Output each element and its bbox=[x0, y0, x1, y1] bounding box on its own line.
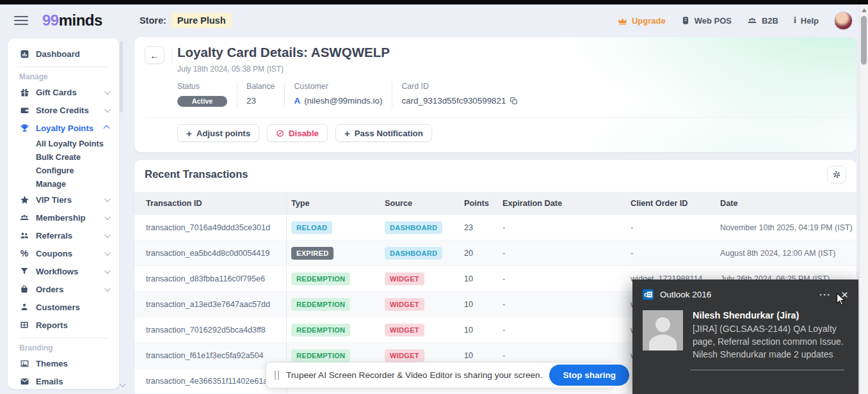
more-options-icon[interactable]: ··· bbox=[819, 289, 831, 300]
cell-expiration-date: - bbox=[498, 351, 626, 360]
user-avatar[interactable] bbox=[834, 12, 853, 30]
hamburger-menu-icon[interactable] bbox=[14, 16, 28, 25]
cell-points: 10 bbox=[460, 300, 498, 309]
sidebar-subitem-configure[interactable]: Configure bbox=[8, 164, 119, 177]
sidebar-item-customers[interactable]: Customers bbox=[8, 298, 119, 316]
chevron-down-icon bbox=[104, 232, 111, 238]
cell-client-order-id: - bbox=[626, 223, 716, 232]
web-pos-button[interactable]: Web POS bbox=[681, 16, 732, 26]
cell-type: REDEMPTION bbox=[287, 349, 380, 362]
sidebar-item-orders[interactable]: Orders bbox=[8, 280, 119, 298]
sidebar-label-store-credits: Store Credits bbox=[36, 106, 89, 115]
page-subtitle: July 18th 2024, 05:38 PM (IST) bbox=[177, 65, 284, 74]
table-row[interactable]: transaction_ea5bc4d8c0d0054419EXPIREDDAS… bbox=[134, 240, 856, 266]
column-header-points[interactable]: Points bbox=[460, 199, 498, 208]
sidebar-item-workflows[interactable]: Workflows bbox=[8, 262, 119, 280]
widget-badge: WIDGET bbox=[385, 298, 424, 311]
dashboard-icon bbox=[19, 49, 29, 59]
column-header-expiration-date[interactable]: Expiration Date bbox=[498, 199, 626, 208]
column-header-source[interactable]: Source bbox=[380, 199, 460, 208]
drag-handle-icon[interactable] bbox=[275, 370, 279, 380]
meta-card-id: Card ID card_9313d55fc930599821 bbox=[392, 82, 527, 107]
column-header-type[interactable]: Type bbox=[287, 199, 380, 208]
column-header-client-order-id[interactable]: Client Order ID bbox=[626, 199, 716, 208]
sidebar-item-vip-tiers[interactable]: VIP Tiers bbox=[8, 191, 119, 209]
redemption-badge: REDEMPTION bbox=[291, 349, 350, 362]
chevron-down-icon bbox=[104, 214, 111, 220]
loyalty-card-details-panel: ← Loyalty Card Details: ASWQWELP July 18… bbox=[134, 37, 856, 152]
cell-type: EXPIRED bbox=[287, 247, 380, 260]
sidebar-label-dashboard: Dashboard bbox=[36, 49, 80, 59]
sidebar-item-coupons[interactable]: % Coupons bbox=[8, 244, 119, 262]
cell-transaction-id: transaction_7016292d5bca4d3ff8 bbox=[146, 317, 287, 342]
meta-balance: Balance 23 bbox=[237, 82, 284, 107]
sidebar-subitem-all-loyalty-points[interactable]: All Loyalty Points bbox=[8, 137, 119, 150]
redemption-badge: REDEMPTION bbox=[291, 272, 350, 285]
store-name-badge[interactable]: Pure Plush bbox=[172, 13, 232, 28]
sidebar-item-dashboard[interactable]: Dashboard bbox=[8, 45, 119, 63]
customer-avatar-letter[interactable]: A bbox=[294, 96, 300, 106]
cell-client-order-id: - bbox=[626, 249, 716, 258]
b2b-button[interactable]: B2B bbox=[747, 16, 778, 26]
meta-customer: Customer A (nilesh@99minds.io) bbox=[284, 82, 392, 107]
pass-notification-button[interactable]: + Pass Notification bbox=[335, 124, 432, 142]
chevron-down-icon bbox=[104, 88, 111, 95]
crown-icon bbox=[618, 16, 627, 26]
page-scrollbar[interactable] bbox=[859, 4, 868, 394]
table-settings-button[interactable] bbox=[827, 166, 846, 184]
sidebar-subitem-manage[interactable]: Manage bbox=[8, 177, 119, 191]
percent-icon: % bbox=[19, 248, 29, 258]
disable-button[interactable]: Disable bbox=[267, 124, 328, 142]
cell-type: REDEMPTION bbox=[287, 324, 380, 336]
cell-points: 10 bbox=[460, 274, 498, 283]
stop-sharing-button[interactable]: Stop sharing bbox=[549, 365, 629, 386]
chevron-down-icon bbox=[104, 267, 111, 274]
chevron-down-icon bbox=[104, 249, 111, 256]
sidebar-divider bbox=[18, 67, 109, 67]
members-icon bbox=[19, 212, 29, 223]
sidebar-item-reports[interactable]: Reports bbox=[8, 316, 119, 334]
sidebar-item-themes[interactable]: Themes bbox=[8, 354, 119, 372]
sidebar-item-loyalty-points[interactable]: Loyalty Points bbox=[8, 119, 119, 137]
copy-icon[interactable] bbox=[510, 97, 518, 105]
dashboard-badge: DASHBOARD bbox=[385, 247, 442, 260]
sidebar-scrollbar-thumb[interactable] bbox=[120, 41, 123, 113]
help-button[interactable]: i Help bbox=[794, 15, 819, 26]
disable-slash-icon bbox=[276, 129, 284, 138]
funnel-icon bbox=[19, 266, 29, 276]
sidebar-subitem-bulk-create[interactable]: Bulk Create bbox=[8, 150, 119, 164]
sidebar-item-store-credits[interactable]: Store Credits bbox=[8, 101, 119, 119]
sidebar: Dashboard Manage Gift Cards Store Credit… bbox=[8, 38, 119, 389]
card-meta-row: Status Active Balance 23 Customer A (nil… bbox=[177, 82, 527, 107]
adjust-points-button[interactable]: + Adjust points bbox=[177, 124, 259, 142]
sidebar-item-emails[interactable]: Emails bbox=[8, 372, 119, 389]
sidebar-label-loyalty-points: Loyalty Points bbox=[36, 123, 93, 133]
person-icon bbox=[19, 302, 29, 312]
sidebar-item-gift-cards[interactable]: Gift Cards bbox=[8, 83, 119, 101]
outlook-notification[interactable]: o Outlook 2016 ··· × Nilesh Shendurkar (… bbox=[632, 280, 858, 394]
back-arrow-icon: ← bbox=[150, 50, 159, 61]
widget-badge: WIDGET bbox=[385, 349, 424, 362]
column-header-transaction-id[interactable]: Transaction ID bbox=[146, 192, 287, 215]
sidebar-label-workflows: Workflows bbox=[36, 267, 78, 276]
table-row[interactable]: transaction_7016a49ddd35ce301dRELOADDASH… bbox=[134, 215, 856, 240]
sidebar-item-membership[interactable]: Membership bbox=[8, 209, 119, 226]
logo-minds: minds bbox=[59, 12, 102, 29]
info-icon: i bbox=[794, 15, 796, 26]
cell-type: REDEMPTION bbox=[287, 298, 380, 311]
notification-text-line2: page, Referral section common Issue. bbox=[693, 335, 844, 348]
back-button[interactable]: ← bbox=[145, 46, 165, 64]
chevron-down-icon bbox=[104, 285, 111, 292]
widget-badge: WIDGET bbox=[385, 324, 424, 336]
scrollbar-thumb[interactable] bbox=[861, 16, 867, 65]
sidebar-scroll-down-arrow[interactable] bbox=[120, 381, 126, 388]
brand-logo[interactable]: 99 minds bbox=[42, 12, 102, 29]
balance-value: 23 bbox=[246, 96, 275, 106]
sidebar-item-referrals[interactable]: Referrals bbox=[8, 226, 119, 244]
upgrade-button[interactable]: Upgrade bbox=[618, 16, 666, 26]
store-selector: Store: Pure Plush bbox=[140, 13, 232, 28]
column-header-date[interactable]: Date bbox=[716, 199, 856, 208]
scroll-up-arrow-icon[interactable] bbox=[862, 8, 867, 12]
plus-icon: + bbox=[344, 129, 350, 138]
card-id-value: card_9313d55fc930599821 bbox=[401, 96, 506, 106]
